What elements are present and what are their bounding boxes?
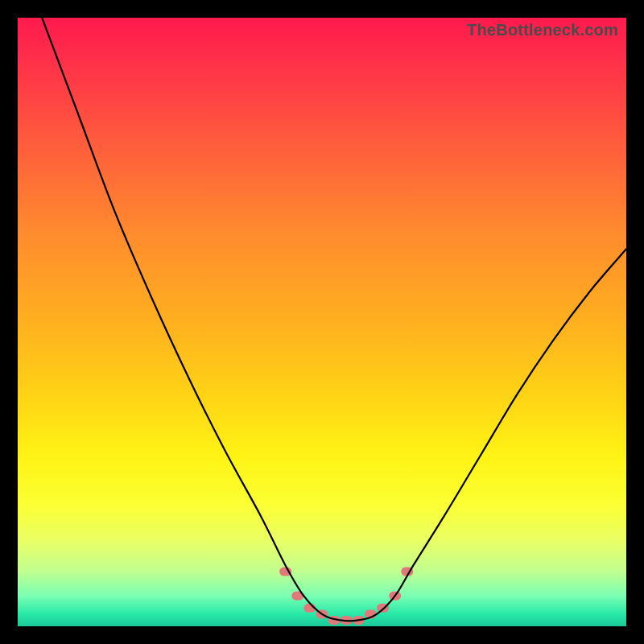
watermark-text: TheBottleneck.com	[467, 21, 618, 39]
bottleneck-curve-svg	[18, 18, 626, 626]
plot-area: TheBottleneck.com	[18, 18, 626, 626]
bottleneck-curve-line	[42, 18, 626, 621]
chart-frame: TheBottleneck.com	[0, 0, 644, 644]
curve-highlight-markers	[284, 572, 409, 620]
